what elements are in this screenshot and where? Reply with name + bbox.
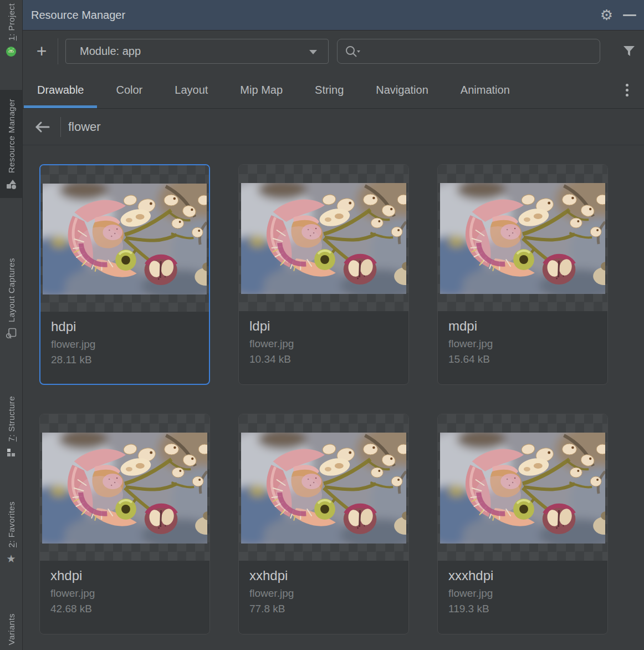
filter-icon[interactable] bbox=[622, 45, 636, 59]
resource-filename: flower.jpg bbox=[50, 587, 199, 600]
tab-animation[interactable]: Animation bbox=[447, 72, 523, 108]
tool-window-sidebar: 1: Project Resource Manager Layout Captu… bbox=[0, 0, 23, 650]
flower-image bbox=[42, 433, 207, 544]
resource-name: hdpi bbox=[51, 319, 198, 334]
resource-size: 15.64 kB bbox=[448, 353, 597, 365]
resource-filename: flower.jpg bbox=[249, 338, 398, 350]
breadcrumb-current: flower bbox=[68, 120, 101, 134]
resource-filename: flower.jpg bbox=[249, 587, 398, 600]
sidebar-item-label: 7: Structure bbox=[7, 396, 16, 441]
breadcrumb-divider bbox=[60, 117, 61, 137]
panel-titlebar: Resource Manager ⚙ bbox=[23, 0, 644, 31]
card-meta: xxxhdpi flower.jpg 119.3 kB bbox=[438, 561, 607, 615]
tab-layout[interactable]: Layout bbox=[161, 72, 221, 108]
sidebar-item-label: Variants bbox=[7, 613, 16, 645]
thumbnail bbox=[239, 414, 408, 561]
resource-size: 42.68 kB bbox=[50, 603, 199, 615]
toolbar-divider bbox=[58, 38, 58, 64]
resource-manager-main: Resource Manager ⚙ + Module: app Drawabl… bbox=[23, 0, 644, 650]
resource-size: 77.8 kB bbox=[249, 603, 398, 615]
resource-card-xhdpi[interactable]: xhdpi flower.jpg 42.68 kB bbox=[39, 414, 210, 634]
resource-name: xxxhdpi bbox=[448, 568, 597, 583]
sidebar-item-layout-captures[interactable]: Layout Captures bbox=[0, 252, 22, 344]
back-arrow-icon[interactable] bbox=[33, 120, 51, 134]
shapes-icon bbox=[5, 178, 17, 190]
star-icon: ★ bbox=[5, 552, 17, 565]
module-select[interactable]: Module: app bbox=[65, 39, 329, 64]
sidebar-item-structure[interactable]: 7: Structure bbox=[0, 393, 22, 463]
add-resource-button[interactable]: + bbox=[32, 31, 52, 72]
flower-image bbox=[440, 183, 605, 294]
sidebar-item-variants[interactable]: Variants bbox=[0, 613, 22, 645]
layout-inspector-icon bbox=[5, 327, 17, 339]
thumbnail bbox=[40, 165, 209, 312]
sidebar-item-favorites[interactable]: 2: Favorites ★ bbox=[0, 498, 22, 569]
search-icon bbox=[345, 45, 361, 59]
module-select-value: Module: app bbox=[80, 39, 141, 63]
resource-filename: flower.jpg bbox=[448, 587, 597, 600]
resource-manager-panel: 1: Project Resource Manager Layout Captu… bbox=[0, 0, 644, 650]
resource-grid-area: hdpi flower.jpg 28.11 kB ldpi flower.jpg… bbox=[23, 145, 644, 650]
resource-toolbar: + Module: app bbox=[23, 31, 644, 72]
card-meta: xxhdpi flower.jpg 77.8 kB bbox=[239, 561, 408, 615]
thumbnail bbox=[438, 414, 607, 561]
resource-name: mdpi bbox=[448, 318, 597, 334]
chevron-down-icon bbox=[309, 50, 317, 54]
card-meta: hdpi flower.jpg 28.11 kB bbox=[40, 312, 209, 366]
tab-navigation[interactable]: Navigation bbox=[362, 72, 442, 108]
flower-image bbox=[241, 433, 406, 544]
flower-image bbox=[43, 184, 207, 294]
thumbnail bbox=[438, 165, 607, 311]
tab-color[interactable]: Color bbox=[103, 72, 156, 108]
android-icon bbox=[5, 45, 17, 58]
sidebar-item-label: 1: Project bbox=[7, 3, 16, 40]
resource-filename: flower.jpg bbox=[448, 338, 597, 350]
resource-grid: hdpi flower.jpg 28.11 kB ldpi flower.jpg… bbox=[39, 164, 608, 634]
resource-card-mdpi[interactable]: mdpi flower.jpg 15.64 kB bbox=[437, 164, 608, 385]
resource-filename: flower.jpg bbox=[51, 338, 198, 351]
resource-card-xxxhdpi[interactable]: xxxhdpi flower.jpg 119.3 kB bbox=[437, 414, 608, 634]
card-meta: ldpi flower.jpg 10.34 kB bbox=[239, 311, 408, 365]
breadcrumb: flower bbox=[23, 109, 644, 145]
minimize-icon[interactable] bbox=[623, 14, 636, 16]
card-meta: mdpi flower.jpg 15.64 kB bbox=[438, 311, 607, 365]
tab-string[interactable]: String bbox=[301, 72, 357, 108]
thumbnail bbox=[239, 165, 408, 311]
tab-drawable[interactable]: Drawable bbox=[24, 72, 97, 108]
gear-icon[interactable]: ⚙ bbox=[600, 0, 613, 30]
sidebar-item-label: Resource Manager bbox=[7, 99, 16, 173]
resource-card-ldpi[interactable]: ldpi flower.jpg 10.34 kB bbox=[238, 164, 409, 385]
sidebar-item-resource-manager[interactable]: Resource Manager bbox=[0, 90, 22, 198]
resource-card-hdpi[interactable]: hdpi flower.jpg 28.11 kB bbox=[39, 164, 210, 385]
resource-card-xxhdpi[interactable]: xxhdpi flower.jpg 77.8 kB bbox=[238, 414, 409, 634]
tab-mipmap[interactable]: Mip Map bbox=[227, 72, 296, 108]
flower-image bbox=[440, 433, 605, 544]
card-meta: xhdpi flower.jpg 42.68 kB bbox=[40, 561, 209, 615]
search-input[interactable] bbox=[366, 40, 595, 62]
resource-size: 10.34 kB bbox=[249, 353, 398, 365]
resource-size: 119.3 kB bbox=[448, 603, 597, 615]
flower-image bbox=[241, 183, 406, 294]
thumbnail bbox=[40, 414, 209, 561]
sidebar-item-label: 2: Favorites bbox=[7, 501, 16, 547]
resource-name: xxhdpi bbox=[249, 568, 398, 583]
resource-name: ldpi bbox=[249, 318, 398, 334]
resource-type-tabs: Drawable Color Layout Mip Map String Nav… bbox=[23, 72, 644, 109]
sidebar-item-project[interactable]: 1: Project bbox=[0, 1, 22, 61]
structure-icon bbox=[5, 446, 17, 459]
sidebar-item-label: Layout Captures bbox=[7, 258, 16, 322]
resource-size: 28.11 kB bbox=[51, 354, 198, 366]
more-options-icon[interactable] bbox=[623, 82, 631, 99]
panel-title: Resource Manager bbox=[31, 0, 125, 30]
resource-name: xhdpi bbox=[50, 568, 199, 583]
search-field bbox=[337, 39, 600, 64]
